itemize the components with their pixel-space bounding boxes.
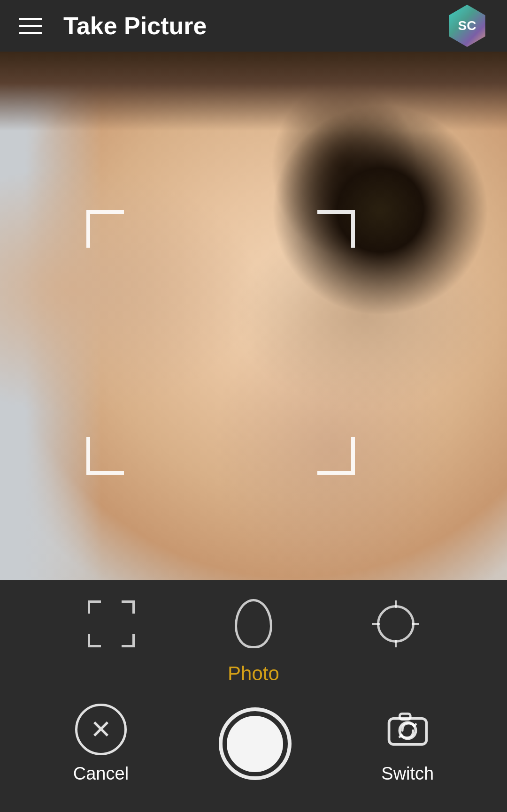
frame-corner-tr [122,600,135,614]
crosshair-mode-icon[interactable] [372,600,419,647]
shutter-inner-circle [227,716,283,772]
app-header: Take Picture SC [0,0,507,52]
frame-corner-br [122,634,135,647]
mode-label[interactable]: Photo [228,662,279,685]
switch-label: Switch [381,764,434,784]
crosshair-bottom [395,640,397,647]
cancel-x-icon: ✕ [90,717,112,743]
page-title: Take Picture [63,12,446,40]
controls-panel: Photo ✕ Cancel [0,580,507,812]
cancel-icon-circle: ✕ [75,704,127,755]
switch-icon [382,704,433,755]
cancel-label: Cancel [73,764,129,784]
bracket-top-right [317,210,355,248]
crosshair-right [412,623,419,625]
frame-corner-tl [88,600,101,614]
crosshair-left [372,623,380,625]
bracket-bottom-right [317,437,355,475]
switch-camera-button[interactable]: Switch [381,704,434,784]
shutter-button[interactable] [219,707,292,780]
bottom-actions-row: ✕ Cancel [0,704,507,784]
svg-rect-2 [399,713,410,719]
crosshair-top [395,600,397,608]
focus-bracket [86,210,355,475]
bracket-bottom-left [86,437,124,475]
hair-top [0,52,507,131]
frame-corner-bl [88,634,101,647]
cancel-button[interactable]: ✕ Cancel [73,704,129,784]
camera-viewfinder[interactable] [0,52,507,580]
mode-icons-row [0,599,507,648]
menu-button[interactable] [19,13,45,39]
frame-mode-icon[interactable] [88,600,135,647]
face-oval-mode-icon[interactable] [235,599,272,648]
crosshair-circle [377,605,415,643]
avatar[interactable]: SC [446,5,488,47]
bracket-top-left [86,210,124,248]
